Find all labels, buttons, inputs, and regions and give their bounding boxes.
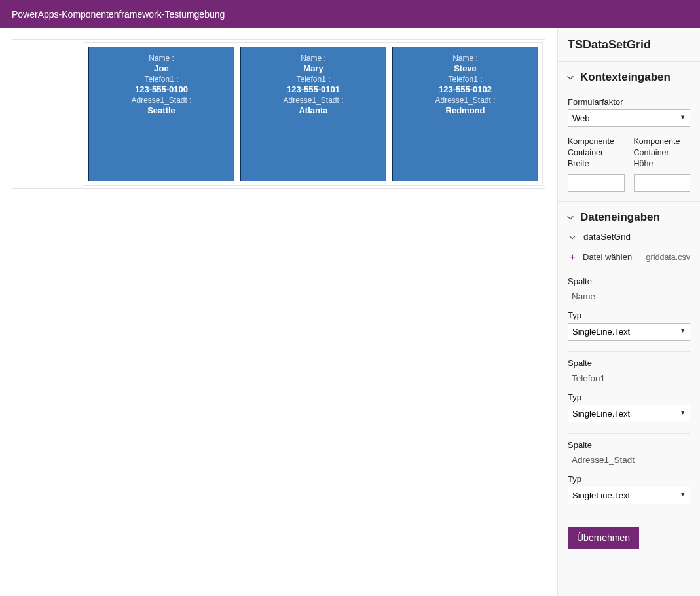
card-name-label: Name : bbox=[96, 54, 227, 63]
column-type-select[interactable]: SingleLine.Text bbox=[568, 405, 690, 422]
card-tel-value: 123-555-0102 bbox=[399, 84, 531, 94]
formfactor-label: Formularfaktor bbox=[568, 97, 690, 107]
card-city-value: Atlanta bbox=[248, 105, 379, 115]
section-toggle-data[interactable]: Dateneingaben bbox=[558, 202, 700, 231]
column-label: Spalte bbox=[568, 276, 690, 286]
section-body-context: Formularfaktor Web Komponente Container … bbox=[558, 90, 700, 201]
type-label: Typ bbox=[568, 392, 690, 402]
dataset-toggle[interactable]: dataSetGrid bbox=[568, 231, 690, 246]
card-tel-value: 123-555-0101 bbox=[248, 84, 379, 94]
card-city-label: Adresse1_Stadt : bbox=[248, 96, 379, 105]
component-title: TSDataSetGrid bbox=[558, 28, 700, 62]
column-config-block: Spalte Name Typ SingleLine.Text bbox=[568, 276, 690, 352]
grid-card[interactable]: Name : Steve Telefon1 : 123-555-0102 Adr… bbox=[392, 47, 538, 181]
column-name: Name bbox=[568, 289, 690, 304]
canvas-area: Name : Joe Telefon1 : 123-555-0100 Adres… bbox=[0, 28, 557, 596]
card-name-value: Joe bbox=[96, 64, 227, 73]
canvas-outer-frame: Name : Joe Telefon1 : 123-555-0100 Adres… bbox=[12, 39, 545, 189]
container-height-label: Komponente Container Höhe bbox=[634, 136, 691, 170]
chevron-down-icon bbox=[566, 73, 575, 82]
card-name-label: Name : bbox=[248, 54, 379, 63]
card-name-value: Mary bbox=[248, 64, 379, 73]
dataset-name: dataSetGrid bbox=[583, 232, 631, 242]
file-picker-row: ＋ Datei wählen griddata.csv bbox=[568, 246, 690, 270]
section-heading-data: Dateneingaben bbox=[580, 211, 660, 224]
column-label: Spalte bbox=[568, 358, 690, 368]
card-city-label: Adresse1_Stadt : bbox=[399, 96, 531, 105]
section-toggle-context[interactable]: Kontexteingaben bbox=[558, 62, 700, 90]
chevron-down-icon bbox=[568, 233, 577, 242]
column-name: Telefon1 bbox=[568, 371, 690, 386]
container-height-input[interactable] bbox=[634, 174, 691, 192]
column-label: Spalte bbox=[568, 440, 690, 450]
card-tel-label: Telefon1 : bbox=[96, 75, 227, 84]
card-tel-value: 123-555-0100 bbox=[96, 84, 227, 94]
sidebar: TSDataSetGrid Kontexteingaben Formularfa… bbox=[557, 28, 700, 596]
section-heading-context: Kontexteingaben bbox=[580, 71, 671, 84]
type-label: Typ bbox=[568, 474, 690, 484]
choose-file-button[interactable]: Datei wählen bbox=[583, 252, 632, 262]
column-config-block: Spalte Adresse1_Stadt Typ SingleLine.Tex… bbox=[568, 440, 690, 515]
container-width-label: Komponente Container Breite bbox=[568, 136, 625, 170]
formfactor-select[interactable]: Web bbox=[568, 109, 690, 127]
type-label: Typ bbox=[568, 310, 690, 320]
card-tel-label: Telefon1 : bbox=[248, 75, 379, 84]
card-city-label: Adresse1_Stadt : bbox=[96, 96, 227, 105]
card-name-value: Steve bbox=[399, 64, 531, 73]
column-name: Adresse1_Stadt bbox=[568, 453, 690, 468]
plus-icon: ＋ bbox=[568, 251, 578, 263]
selected-file-name: griddata.csv bbox=[646, 253, 690, 262]
card-city-value: Seattle bbox=[96, 105, 227, 115]
chevron-down-icon bbox=[566, 213, 575, 222]
apply-button[interactable]: Übernehmen bbox=[568, 527, 639, 549]
card-city-value: Redmond bbox=[399, 105, 531, 115]
app-title-bar: PowerApps-Komponentenframework-Testumgeb… bbox=[0, 0, 700, 28]
grid-card[interactable]: Name : Joe Telefon1 : 123-555-0100 Adres… bbox=[88, 47, 234, 181]
column-type-select[interactable]: SingleLine.Text bbox=[568, 323, 690, 341]
dataset-grid: Name : Joe Telefon1 : 123-555-0100 Adres… bbox=[84, 42, 543, 186]
card-name-label: Name : bbox=[399, 54, 531, 63]
grid-card[interactable]: Name : Mary Telefon1 : 123-555-0101 Adre… bbox=[240, 47, 386, 181]
column-type-select[interactable]: SingleLine.Text bbox=[568, 487, 690, 504]
column-config-block: Spalte Telefon1 Typ SingleLine.Text bbox=[568, 358, 690, 434]
section-body-data: dataSetGrid ＋ Datei wählen griddata.csv … bbox=[558, 231, 700, 558]
container-width-input[interactable] bbox=[568, 174, 625, 192]
app-title: PowerApps-Komponentenframework-Testumgeb… bbox=[12, 9, 225, 20]
card-tel-label: Telefon1 : bbox=[399, 75, 531, 84]
